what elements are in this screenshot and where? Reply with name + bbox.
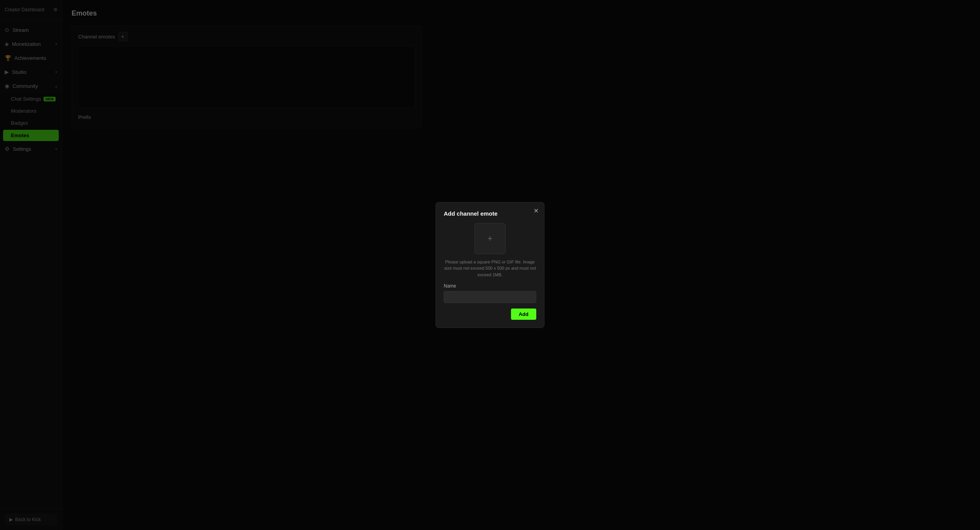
name-input[interactable] [444,291,536,303]
upload-plus-icon: + [488,234,493,244]
add-emote-button[interactable]: Add [511,309,536,320]
modal-overlay[interactable]: Add channel emote ✕ + Please upload a sq… [0,0,980,530]
add-channel-emote-modal: Add channel emote ✕ + Please upload a sq… [436,202,544,328]
name-label: Name [444,283,536,289]
modal-actions: Add [444,309,536,320]
modal-close-button[interactable]: ✕ [534,208,539,214]
upload-hint: Please upload a square PNG or GIF file. … [444,259,536,278]
upload-area[interactable]: + [474,223,506,254]
modal-title: Add channel emote [444,210,536,217]
